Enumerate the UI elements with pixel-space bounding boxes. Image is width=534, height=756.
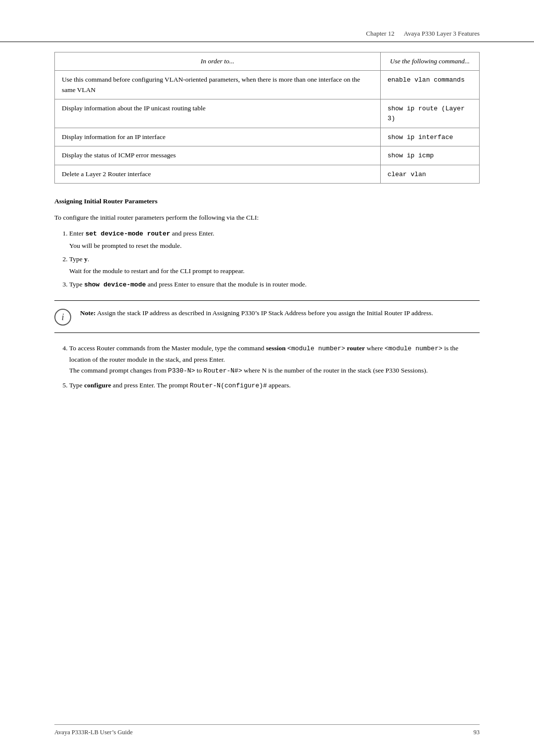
chapter-label: Chapter 12 <box>366 30 394 37</box>
steps-list: Enter set device-mode router and press E… <box>69 228 480 290</box>
footer-left: Avaya P333R-LB User’s Guide <box>54 729 133 736</box>
footer-right: 93 <box>474 729 480 736</box>
table-row: Use this command before configuring VLAN… <box>55 71 480 99</box>
table-cell-command: clear vlan <box>380 165 479 184</box>
page-footer: Avaya P333R-LB User’s Guide 93 <box>54 724 480 736</box>
list-item: Type show device-mode and press Enter to… <box>69 279 480 290</box>
content-area: In order to... Use the following command… <box>0 52 534 391</box>
col2-header: Use the following command... <box>380 52 479 71</box>
table-cell-description: Delete a Layer 2 Router interface <box>55 165 381 184</box>
table-row: Delete a Layer 2 Router interfaceclear v… <box>55 165 480 184</box>
table-cell-description: Display information about the IP unicast… <box>55 99 381 128</box>
table-cell-command: enable vlan commands <box>380 71 479 99</box>
note-content: Assign the stack IP address as described… <box>97 309 433 317</box>
table-row: Display information about the IP unicast… <box>55 99 480 128</box>
list-item: Type configure and press Enter. The prom… <box>69 380 480 391</box>
table-cell-command: show ip route (Layer 3) <box>380 99 479 128</box>
continuation-steps: To access Router commands from the Maste… <box>69 343 480 391</box>
list-item: Enter set device-mode router and press E… <box>69 228 480 251</box>
note-text: Note: Assign the stack IP address as des… <box>80 308 433 319</box>
page: Chapter 12 Avaya P330 Layer 3 Features I… <box>0 0 534 756</box>
info-icon: i <box>54 309 71 326</box>
page-header: Chapter 12 Avaya P330 Layer 3 Features <box>0 0 534 42</box>
table-cell-description: Display the status of ICMP error message… <box>55 146 381 165</box>
table-cell-command: show ip interface <box>380 128 479 146</box>
step-sub-text: Wait for the module to restart and for t… <box>69 266 480 277</box>
col1-header: In order to... <box>55 52 381 71</box>
note-label: Note: <box>80 309 95 317</box>
table-cell-description: Use this command before configuring VLAN… <box>55 71 381 99</box>
table-header-row: In order to... Use the following command… <box>55 52 480 71</box>
commands-table: In order to... Use the following command… <box>54 52 480 184</box>
section-heading: Assigning Initial Router Parameters <box>54 197 480 205</box>
table-cell-description: Display information for an IP interface <box>55 128 381 146</box>
intro-text: To configure the initial router paramete… <box>54 212 480 223</box>
step-sub-text: You will be prompted to reset the module… <box>69 240 480 251</box>
chapter-title: Avaya P330 Layer 3 Features <box>403 30 480 37</box>
table-row: Display information for an IP interfaces… <box>55 128 480 146</box>
list-item: Type y.Wait for the module to restart an… <box>69 254 480 276</box>
header-text: Chapter 12 Avaya P330 Layer 3 Features <box>366 30 480 38</box>
note-box: i Note: Assign the stack IP address as d… <box>54 300 480 333</box>
table-row: Display the status of ICMP error message… <box>55 146 480 165</box>
table-cell-command: show ip icmp <box>380 146 479 165</box>
list-item: To access Router commands from the Maste… <box>69 343 480 376</box>
